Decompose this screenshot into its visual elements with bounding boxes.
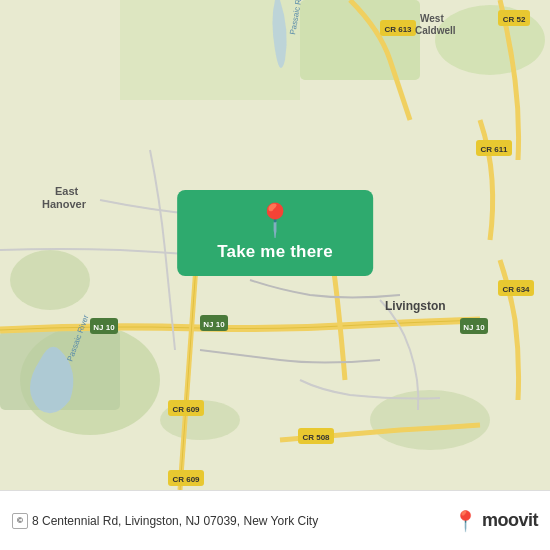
svg-text:CR 613: CR 613 bbox=[384, 25, 412, 34]
svg-text:CR 508: CR 508 bbox=[302, 433, 330, 442]
svg-point-2 bbox=[10, 250, 90, 310]
svg-text:CR 611: CR 611 bbox=[480, 145, 508, 154]
svg-text:West: West bbox=[420, 13, 444, 24]
map-container: NJ 10 NJ 10 CR 609 CR 609 CR 527 CR 613 … bbox=[0, 0, 550, 490]
cta-button-label: Take me there bbox=[217, 242, 333, 262]
osm-logo: © bbox=[12, 513, 28, 529]
svg-text:CR 634: CR 634 bbox=[502, 285, 530, 294]
svg-text:NJ 10: NJ 10 bbox=[463, 323, 485, 332]
location-pin-icon: 📍 bbox=[255, 204, 295, 236]
svg-text:CR 609: CR 609 bbox=[172, 475, 200, 484]
svg-text:CR 52: CR 52 bbox=[503, 15, 526, 24]
svg-text:CR 609: CR 609 bbox=[172, 405, 200, 414]
svg-text:Caldwell: Caldwell bbox=[415, 25, 456, 36]
svg-text:NJ 10: NJ 10 bbox=[93, 323, 115, 332]
footer-brand: 📍 moovit bbox=[453, 509, 538, 533]
svg-text:East: East bbox=[55, 185, 79, 197]
take-me-there-button[interactable]: 📍 Take me there bbox=[177, 190, 373, 276]
footer-left: © 8 Centennial Rd, Livingston, NJ 07039,… bbox=[12, 513, 318, 529]
moovit-pin-icon: 📍 bbox=[453, 509, 478, 533]
svg-text:Hanover: Hanover bbox=[42, 198, 87, 210]
moovit-logo-text: moovit bbox=[482, 510, 538, 531]
svg-text:Livingston: Livingston bbox=[385, 299, 446, 313]
footer-address: 8 Centennial Rd, Livingston, NJ 07039, N… bbox=[32, 514, 318, 528]
osm-symbol: © bbox=[17, 516, 23, 525]
footer-bar: © 8 Centennial Rd, Livingston, NJ 07039,… bbox=[0, 490, 550, 550]
svg-text:NJ 10: NJ 10 bbox=[203, 320, 225, 329]
